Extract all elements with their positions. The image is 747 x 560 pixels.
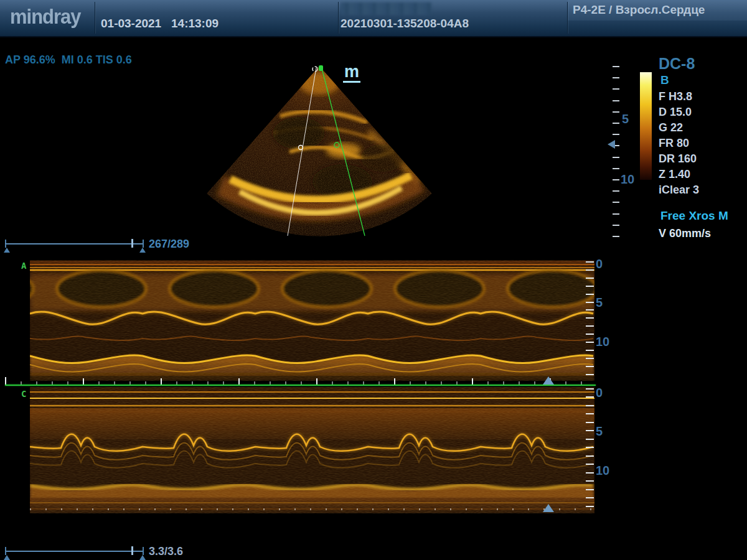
timeline-baseline [5,385,596,386]
acoustic-power-readout: AP 96.6% MI 0.6 TIS 0.6 [5,54,132,67]
trace-c-time-dots [30,508,594,510]
system-model-label: DC-8 [659,55,695,73]
sweep-speed-label: V 60mm/s [659,227,711,240]
trace-a-label: A [21,261,26,271]
patient-name-redacted [341,2,431,15]
cine-end-tick [143,240,144,248]
b-mode-parameters: F H3.8 D 15.0 G 22 FR 80 DR 160 Z 1.40 i… [659,89,740,198]
focus-marker-icon[interactable] [608,140,615,149]
trace-c-label: C [21,389,26,399]
time-position-marker[interactable] [131,546,133,555]
trace-a-depth-ticks [586,261,594,380]
b-depth-ruler-ticks [613,66,619,238]
trace-a-position-triangle[interactable] [543,376,554,385]
trace-c-depth-0: 0 [596,386,603,400]
param-depth: D 15.0 [659,105,740,120]
param-gain: G 22 [659,120,740,136]
trace-a-depth-0: 0 [596,257,603,271]
param-zoom: Z 1.40 [659,167,740,182]
m-mode-trace-c [30,387,594,513]
time-scrollbar[interactable]: 3.3/3.6 [5,545,210,560]
probe-preset-text: P4-2E / Взросл.Сердце [573,3,705,17]
time-end-tick [143,547,144,555]
param-dynamic-range: DR 160 [659,151,740,167]
b-mode-image[interactable] [187,57,448,244]
cine-start-triangle[interactable] [4,248,10,253]
timeline-major-ticks [5,378,595,385]
time-start-triangle[interactable] [4,555,10,560]
trace-c-position-triangle[interactable] [543,504,554,512]
timeline-start-tick [5,377,6,385]
cine-end-triangle[interactable] [139,248,146,253]
free-xros-m-label: Free Xros M [660,209,728,223]
grayscale-colorbar [640,72,652,180]
b-depth-label-10: 10 [621,172,634,187]
param-frame-rate: FR 80 [659,136,740,151]
m-mode-cursor-label: m [343,63,360,83]
mode-b-label: B [660,73,669,87]
exam-id-text: 20210301-135208-04A8 [341,17,469,30]
datetime-text: 01-03-2021 14:13:09 [101,17,218,30]
cine-frame-counter: 267/289 [149,238,189,251]
trace-c-depth-10: 10 [596,464,609,478]
titlebar-divider [338,2,339,34]
time-track[interactable] [5,551,144,552]
cine-scrollbar[interactable]: 267/289 [5,238,210,254]
b-depth-label-5: 5 [622,112,629,126]
mindray-logo: mindray [10,6,81,29]
titlebar-divider [95,2,95,34]
trace-c-depth-ticks [586,388,594,511]
trace-a-depth-10: 10 [596,335,609,349]
trace-a-depth-5: 5 [596,296,603,310]
time-end-triangle[interactable] [139,555,146,560]
cine-track[interactable] [5,243,144,245]
m-mode-trace-a [30,260,594,381]
param-iclear: iClear 3 [659,182,740,198]
trace-c-depth-5: 5 [596,424,603,439]
cine-position-marker[interactable] [131,239,133,248]
ultrasound-screen: { "header": { "logo": "mindray", "dateti… [0,0,747,560]
title-bar: mindray 01-03-2021 14:13:09 20210301-135… [0,0,747,37]
time-counter: 3.3/3.6 [149,545,183,558]
param-frequency: F H3.8 [659,89,740,105]
